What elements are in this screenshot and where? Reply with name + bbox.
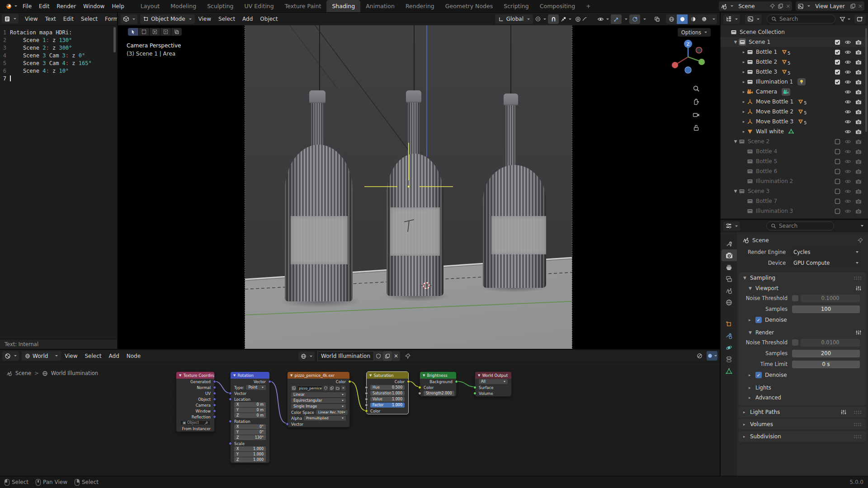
disable-render-toggle[interactable] — [855, 39, 862, 45]
disable-render-toggle[interactable] — [855, 178, 862, 184]
node-saturation[interactable]: ▼SaturationColorHue0.500Saturation1.000V… — [366, 371, 409, 414]
item-label[interactable]: Bottle 6 — [756, 168, 777, 174]
disable-render-toggle[interactable] — [855, 208, 862, 214]
expand-toggle[interactable]: ▸ — [741, 70, 747, 74]
node-link[interactable] — [215, 381, 230, 393]
properties-tab-output[interactable] — [722, 261, 736, 273]
field-saturation[interactable]: Saturation1.000 — [367, 390, 408, 396]
node-header[interactable]: ▼Rotation — [231, 372, 269, 379]
render-engine-dropdown[interactable]: Cycles — [790, 248, 862, 256]
expand-toggle[interactable]: ▸ — [741, 89, 747, 94]
vector-socket[interactable] — [229, 420, 232, 423]
text-menu-view[interactable]: View — [21, 16, 41, 22]
node-link[interactable] — [350, 381, 366, 411]
new-scene-icon[interactable] — [778, 3, 783, 9]
falloff-icon[interactable] — [582, 16, 587, 22]
sampling-render-header[interactable]: ▼Render — [739, 328, 866, 338]
item-label[interactable]: Scene 1 — [749, 39, 770, 45]
device-dropdown[interactable]: GPU Compute — [790, 259, 862, 267]
outliner-row-move-bottle-1[interactable]: ▸Move Bottle 15 — [721, 97, 868, 107]
tab-modeling[interactable]: Modeling — [165, 0, 202, 13]
vector-socket[interactable] — [213, 386, 216, 389]
shader-socket[interactable] — [473, 392, 476, 395]
properties-tab-tool[interactable] — [722, 238, 736, 249]
shader-editor[interactable]: World ViewSelectAddNode World Illumina — [0, 349, 720, 476]
vector-socket[interactable] — [268, 380, 271, 383]
blender-logo-menu[interactable] — [3, 1, 19, 11]
render-denoise-checkbox[interactable]: ✓ — [755, 372, 762, 378]
proportional-editing-toggle[interactable] — [573, 14, 589, 24]
outliner-row-bottle-1[interactable]: ▸Bottle 15 — [721, 47, 868, 57]
camera-view[interactable] — [245, 25, 572, 349]
advanced-subpanel-header[interactable]: ▸Advanced — [739, 393, 866, 403]
outliner-row-illumination-1[interactable]: ▸Illumination 1 — [721, 77, 868, 87]
properties-tab-physics[interactable] — [722, 342, 736, 353]
menu-window[interactable]: Window — [80, 3, 108, 9]
outliner-row-move-bottle-3[interactable]: ▸Move Bottle 35 — [721, 117, 868, 127]
exclude-checkbox[interactable] — [835, 79, 840, 85]
hide-viewport-toggle[interactable] — [844, 59, 851, 65]
pin-node-tree-button[interactable] — [403, 352, 413, 361]
image-selector[interactable]: pizzo_pernice_...✕ — [288, 385, 349, 392]
tab-uv-editing[interactable]: UV Editing — [239, 0, 279, 13]
exclude-checkbox[interactable] — [835, 149, 840, 155]
outliner-row-illumination-2[interactable]: Illumination 2 — [721, 176, 868, 186]
outliner-row-scene-1[interactable]: ▼Scene 1 — [721, 37, 868, 47]
menu-render[interactable]: Render — [53, 3, 80, 9]
add-workspace-button[interactable]: + — [580, 0, 596, 13]
text-menu-text[interactable]: Text — [41, 16, 59, 22]
exclude-checkbox[interactable] — [835, 59, 840, 65]
hide-viewport-toggle[interactable] — [844, 99, 851, 105]
tab-scripting[interactable]: Scripting — [498, 0, 534, 13]
panel-grip[interactable] — [854, 276, 862, 280]
gizmos-dropdown[interactable] — [622, 14, 629, 24]
vector-field-z[interactable]: Z0 m — [234, 413, 266, 418]
code-line[interactable]: 5 Scene 3 Cam 4: z 165° — [0, 60, 117, 67]
hide-viewport-toggle[interactable] — [844, 198, 851, 204]
expand-toggle[interactable]: ▸ — [741, 80, 747, 84]
field-hue[interactable]: Hue0.500 — [367, 385, 408, 390]
vector-socket[interactable] — [286, 422, 289, 426]
outliner-row-bottle-4[interactable]: Bottle 4 — [721, 146, 868, 156]
shader-type-dropdown[interactable]: World — [22, 351, 61, 361]
render-noise-threshold-field[interactable]: 0.0100 — [801, 339, 860, 347]
pivot-point-dropdown[interactable] — [533, 14, 548, 24]
item-label[interactable]: Bottle 2 — [756, 59, 777, 65]
shader-socket[interactable] — [473, 386, 476, 389]
disable-render-toggle[interactable] — [855, 119, 862, 125]
properties-tab-render[interactable] — [722, 249, 737, 261]
outliner-row-bottle-3[interactable]: ▸Bottle 35 — [721, 67, 868, 77]
viewport-3d[interactable]: Object Mode ViewSelectAddObject Global — [118, 13, 720, 349]
hide-viewport-toggle[interactable] — [844, 178, 851, 184]
outliner-display-mode[interactable] — [723, 14, 740, 24]
viewport-editor-type[interactable] — [121, 14, 137, 24]
node-header[interactable]: ▼pizzo_pernice_4k.exr — [288, 372, 349, 379]
snap-target-dropdown[interactable] — [559, 14, 573, 24]
field-factor[interactable]: Factor1.000 — [367, 402, 408, 408]
volumes-panel-header[interactable]: ▸Volumes — [739, 419, 866, 430]
node-header[interactable]: ▼World Output — [475, 372, 511, 379]
exclude-checkbox[interactable] — [835, 159, 840, 164]
tool-select-box-button[interactable] — [139, 28, 149, 36]
item-label[interactable]: Wall white — [756, 128, 784, 135]
node-texcoord[interactable]: ▼Texture CoordinateGeneratedNormalUVObje… — [176, 371, 215, 432]
expand-toggle[interactable]: ▸ — [741, 99, 747, 104]
item-label[interactable]: Move Bottle 2 — [756, 108, 793, 115]
dropdown-all[interactable]: All — [475, 379, 511, 385]
properties-tab-constraints[interactable] — [722, 353, 736, 365]
code-line[interactable]: 1Rotacion mapa HDRi: — [0, 29, 117, 37]
noise-threshold-field[interactable]: 0.1000 — [801, 295, 860, 302]
camera-view-icon[interactable] — [693, 111, 700, 118]
expand-toggle[interactable]: ▸ — [741, 129, 747, 134]
node-menu-node[interactable]: Node — [123, 353, 144, 359]
pin-icon[interactable] — [769, 3, 775, 9]
node-link[interactable] — [270, 381, 287, 423]
presets-icon[interactable] — [855, 286, 862, 291]
outliner-row-camera[interactable]: ▸Camera — [721, 87, 868, 97]
tool-select-intersect-button[interactable] — [171, 28, 182, 36]
code-line[interactable]: 4 Scene 3 Cam 3: z 0° — [0, 52, 117, 60]
breadcrumb-label[interactable]: Scene — [752, 237, 769, 244]
outliner-row-move-bottle-2[interactable]: ▸Move Bottle 25 — [721, 107, 868, 117]
node-menu-select[interactable]: Select — [81, 353, 105, 359]
node-brightness[interactable]: ▼BrightnessBackgroundColorStrength2.000 — [420, 371, 457, 397]
